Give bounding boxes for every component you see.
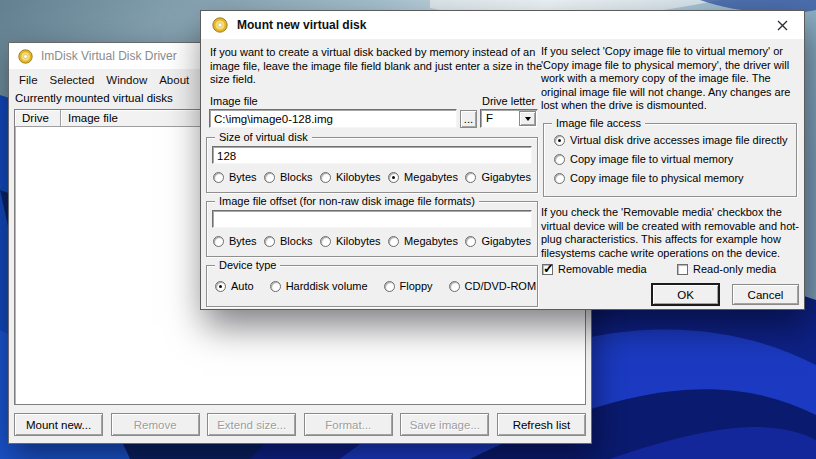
access-options: Virtual disk drive accesses image file d… <box>554 134 787 184</box>
size-unit-blocks[interactable]: Blocks <box>264 171 312 183</box>
radio-selected-icon <box>215 281 226 292</box>
mount-new-virtual-disk-dialog: Mount new virtual disk If you want to cr… <box>200 10 805 310</box>
radio-icon <box>264 172 275 183</box>
close-icon <box>777 20 788 31</box>
radio-icon <box>465 172 476 183</box>
radio-selected-icon <box>554 135 565 146</box>
offset-unit-megabytes[interactable]: Megabytes <box>388 235 458 247</box>
drive-letter-value: F <box>481 110 518 127</box>
image-file-access-group: Image file access Virtual disk drive acc… <box>543 123 797 197</box>
radio-icon <box>449 281 460 292</box>
dialog-body: If you want to create a virtual disk bac… <box>201 39 804 309</box>
menu-about[interactable]: About <box>153 71 195 89</box>
offset-input[interactable] <box>212 210 532 228</box>
radio-icon <box>554 154 565 165</box>
menu-file[interactable]: File <box>13 71 44 89</box>
drive-letter-label: Drive letter <box>482 95 535 107</box>
format-button[interactable]: Format... <box>304 413 393 436</box>
access-physical-memory[interactable]: Copy image file to physical memory <box>554 172 787 184</box>
chevron-down-icon <box>525 117 531 121</box>
offset-units-row: Bytes Blocks Kilobytes Megabytes Gigabyt… <box>213 235 531 247</box>
image-file-offset-group: Image file offset (for non-raw disk imag… <box>206 201 538 257</box>
dialog-title: Mount new virtual disk <box>237 18 366 32</box>
device-group-title: Device type <box>215 258 280 272</box>
close-button[interactable] <box>771 14 793 36</box>
extend-size-button[interactable]: Extend size... <box>207 413 296 436</box>
removable-info-text: If you check the 'Removable media' check… <box>541 206 809 260</box>
memory-copy-info-text: If you select 'Copy image file to virtua… <box>541 45 809 113</box>
dialog-titlebar[interactable]: Mount new virtual disk <box>201 11 804 39</box>
menu-selected[interactable]: Selected <box>44 71 101 89</box>
radio-selected-icon <box>388 172 399 183</box>
radio-icon <box>213 172 224 183</box>
main-window-button-row: Mount new... Remove Extend size... Forma… <box>14 413 586 436</box>
device-cd-dvd-rom[interactable]: CD/DVD-ROM <box>449 280 537 292</box>
device-harddisk-volume[interactable]: Harddisk volume <box>270 280 368 292</box>
main-window-title: ImDisk Virtual Disk Driver <box>41 49 177 63</box>
read-only-media-checkbox[interactable]: Read-only media <box>677 263 776 275</box>
size-unit-kilobytes[interactable]: Kilobytes <box>320 171 381 183</box>
radio-icon <box>320 172 331 183</box>
image-file-label: Image file <box>210 95 258 107</box>
menu-window[interactable]: Window <box>100 71 153 89</box>
radio-icon <box>270 281 281 292</box>
device-type-row: Auto Harddisk volume Floppy CD/DVD-ROM <box>215 280 536 292</box>
offset-unit-bytes[interactable]: Bytes <box>213 235 257 247</box>
browse-button[interactable]: ... <box>460 110 477 128</box>
radio-icon <box>388 236 399 247</box>
size-units-row: Bytes Blocks Kilobytes Megabytes Gigabyt… <box>213 171 531 183</box>
column-header-drive[interactable]: Drive <box>15 110 61 127</box>
cancel-button[interactable]: Cancel <box>732 284 799 305</box>
checkbox-checked-icon <box>542 264 553 275</box>
device-type-group: Device type Auto Harddisk volume Floppy … <box>206 265 538 307</box>
size-unit-gigabytes[interactable]: Gigabytes <box>465 171 531 183</box>
intro-text: If you want to create a virtual disk bac… <box>210 46 544 87</box>
offset-unit-blocks[interactable]: Blocks <box>264 235 312 247</box>
size-unit-bytes[interactable]: Bytes <box>213 171 257 183</box>
ok-button[interactable]: OK <box>652 284 719 305</box>
size-input[interactable] <box>212 146 532 164</box>
radio-icon <box>320 236 331 247</box>
offset-group-title: Image file offset (for non-raw disk imag… <box>215 194 479 208</box>
radio-icon <box>554 173 565 184</box>
access-direct[interactable]: Virtual disk drive accesses image file d… <box>554 134 787 146</box>
imdisk-disc-icon <box>18 49 33 64</box>
radio-icon <box>213 236 224 247</box>
radio-icon <box>264 236 275 247</box>
device-auto[interactable]: Auto <box>215 280 254 292</box>
radio-icon <box>384 281 395 292</box>
refresh-list-button[interactable]: Refresh list <box>497 413 586 436</box>
save-image-button[interactable]: Save image... <box>400 413 489 436</box>
remove-button[interactable]: Remove <box>111 413 200 436</box>
radio-icon <box>465 236 476 247</box>
removable-media-checkbox[interactable]: Removable media <box>542 263 647 275</box>
image-file-input[interactable] <box>209 109 457 128</box>
offset-unit-kilobytes[interactable]: Kilobytes <box>320 235 381 247</box>
device-floppy[interactable]: Floppy <box>384 280 433 292</box>
offset-unit-gigabytes[interactable]: Gigabytes <box>465 235 531 247</box>
size-of-virtual-disk-group: Size of virtual disk Bytes Blocks Kiloby… <box>206 137 538 193</box>
imdisk-disc-icon <box>212 17 228 33</box>
drive-letter-combobox[interactable]: F <box>480 109 538 128</box>
size-group-title: Size of virtual disk <box>215 130 312 144</box>
mount-new-button[interactable]: Mount new... <box>14 413 103 436</box>
drive-letter-dropdown-button[interactable] <box>519 111 536 126</box>
access-group-title: Image file access <box>552 116 645 130</box>
size-unit-megabytes[interactable]: Megabytes <box>388 171 458 183</box>
access-virtual-memory[interactable]: Copy image file to virtual memory <box>554 153 787 165</box>
checkbox-icon <box>677 264 688 275</box>
